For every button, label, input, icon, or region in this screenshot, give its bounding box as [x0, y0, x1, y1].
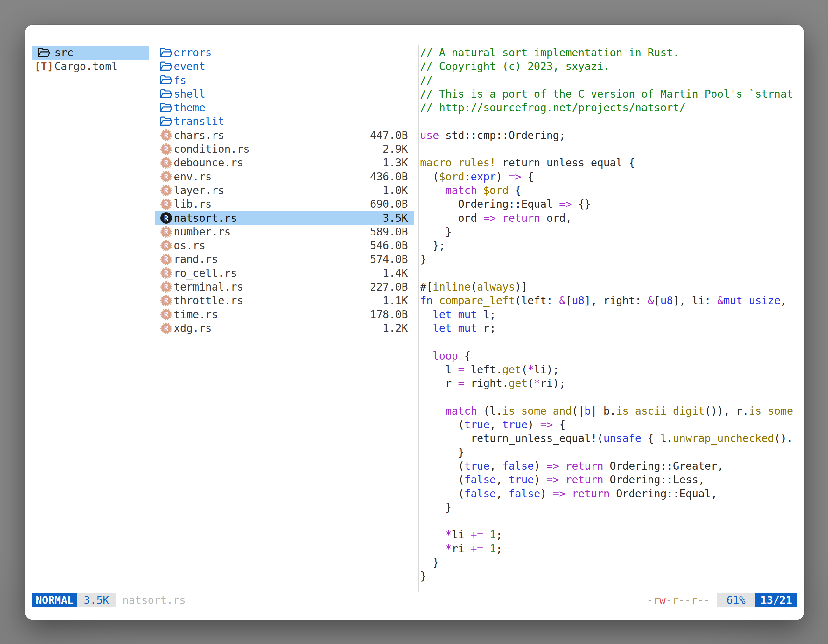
file-size: 2.9K: [383, 142, 408, 156]
list-item[interactable]: [T]Cargo.toml: [33, 60, 149, 73]
toml-icon: [T]: [37, 60, 51, 73]
code-line: }: [420, 225, 798, 239]
list-item[interactable]: Rrand.rs574.0B: [155, 252, 414, 266]
file-size: 1.2K: [383, 321, 408, 335]
rust-icon: R: [159, 321, 173, 335]
rust-icon: R: [159, 142, 173, 156]
list-item[interactable]: Rterminal.rs227.0B: [155, 280, 414, 294]
list-item[interactable]: Rnumber.rs589.0B: [155, 225, 414, 239]
file-name: errors: [174, 46, 212, 60]
file-name: chars.rs: [174, 128, 224, 142]
pane-divider-right: [419, 45, 419, 592]
code-line: [420, 142, 798, 156]
file-name: src: [55, 46, 74, 60]
file-size: 589.0B: [370, 225, 408, 239]
code-line: [420, 114, 798, 128]
file-size: 546.0B: [370, 239, 408, 252]
code-line: let mut l;: [420, 308, 798, 321]
code-line: *li += 1;: [420, 528, 798, 542]
list-item[interactable]: src: [33, 46, 149, 60]
code-line: (false, false) => return Ordering::Equal…: [420, 487, 798, 500]
parent-pane: src[T]Cargo.toml: [33, 46, 149, 74]
rust-icon: R: [159, 294, 173, 307]
list-item[interactable]: Rthrottle.rs1.1K: [155, 294, 414, 307]
status-spacer: [185, 594, 647, 607]
code-line: // This is a port of the C version of Ma…: [420, 87, 798, 101]
rust-icon: R: [159, 253, 173, 266]
folder-open-icon: [159, 60, 173, 73]
list-item[interactable]: Renv.rs436.0B: [155, 170, 414, 183]
code-line: return_unless_equal!(unsafe { l.unwrap_u…: [420, 431, 798, 445]
list-item[interactable]: Rtime.rs178.0B: [155, 308, 414, 321]
code-line: }: [420, 556, 798, 569]
rust-icon: R: [159, 308, 173, 321]
list-item[interactable]: shell: [155, 87, 414, 101]
folder-open-icon: [159, 46, 173, 60]
list-item[interactable]: theme: [155, 101, 414, 114]
file-name: Cargo.toml: [55, 60, 118, 73]
list-item[interactable]: translit: [155, 114, 414, 128]
file-name: rand.rs: [174, 252, 218, 266]
file-name: shell: [174, 87, 205, 101]
code-line: [420, 266, 798, 280]
file-name: number.rs: [174, 225, 231, 239]
file-name: ro_cell.rs: [174, 266, 237, 280]
list-item[interactable]: Rchars.rs447.0B: [155, 128, 414, 142]
file-name: condition.rs: [174, 142, 249, 156]
code-line: match (l.is_some_and(|b| b.is_ascii_digi…: [420, 404, 798, 418]
file-name: translit: [174, 114, 224, 128]
code-line: }: [420, 569, 798, 583]
list-item[interactable]: errors: [155, 46, 414, 60]
file-name: os.rs: [174, 239, 205, 252]
mode-indicator: NORMAL: [32, 594, 77, 607]
file-name: debounce.rs: [174, 156, 243, 169]
file-size-indicator: 3.5K: [77, 594, 115, 607]
code-line: loop {: [420, 349, 798, 363]
list-item[interactable]: Ros.rs546.0B: [155, 239, 414, 252]
list-item[interactable]: Rdebounce.rs1.3K: [155, 156, 414, 169]
file-size: 1.4K: [383, 266, 408, 280]
code-line: (true, true) => {: [420, 418, 798, 431]
file-size: 1.0K: [383, 183, 408, 197]
list-item[interactable]: event: [155, 60, 414, 73]
list-item[interactable]: fs: [155, 74, 414, 87]
file-size: 3.5K: [383, 211, 408, 225]
folder-open-icon: [37, 46, 51, 60]
preview-pane[interactable]: // A natural sort implementation in Rust…: [420, 46, 798, 583]
code-line: fn compare_left(left: &[u8], right: &[u8…: [420, 294, 798, 307]
rust-icon: R: [159, 128, 173, 142]
code-line: // A natural sort implementation in Rust…: [420, 46, 798, 60]
file-name: time.rs: [174, 308, 218, 321]
folder-open-icon: [159, 115, 173, 128]
folder-open-icon: [159, 87, 173, 101]
file-size: 1.1K: [383, 294, 408, 307]
file-name: terminal.rs: [174, 280, 243, 294]
rust-icon: R: [159, 280, 173, 294]
code-line: ($ord:expr) => {: [420, 170, 798, 183]
code-line: l = left.get(*li);: [420, 363, 798, 376]
rust-icon: R: [159, 266, 173, 280]
rust-icon: R: [159, 197, 173, 211]
folder-open-icon: [159, 74, 173, 87]
file-name: throttle.rs: [174, 294, 243, 307]
list-item[interactable]: Rcondition.rs2.9K: [155, 142, 414, 156]
file-size: 1.3K: [383, 156, 408, 169]
file-size: 447.0B: [370, 128, 408, 142]
code-line: };: [420, 239, 798, 252]
code-line: // http://sourcefrog.net/projects/natsor…: [420, 101, 798, 114]
pane-divider-left: [151, 45, 152, 592]
file-size: 436.0B: [370, 170, 408, 183]
status-bar: NORMAL 3.5K natsort.rs -rw-r--r-- 61% 13…: [32, 594, 797, 607]
list-item[interactable]: Rlib.rs690.0B: [155, 197, 414, 211]
code-line: match $ord {: [420, 183, 798, 197]
file-name: theme: [174, 101, 205, 114]
list-item[interactable]: Rlayer.rs1.0K: [155, 183, 414, 197]
list-item[interactable]: Rnatsort.rs3.5K: [155, 211, 414, 225]
code-line: (false, true) => return Ordering::Less,: [420, 473, 798, 486]
code-line: ord => return ord,: [420, 211, 798, 225]
code-line: [420, 335, 798, 349]
code-line: r = right.get(*ri);: [420, 376, 798, 390]
list-item[interactable]: Rro_cell.rs1.4K: [155, 266, 414, 280]
list-item[interactable]: Rxdg.rs1.2K: [155, 321, 414, 335]
code-line: (true, false) => return Ordering::Greate…: [420, 459, 798, 473]
